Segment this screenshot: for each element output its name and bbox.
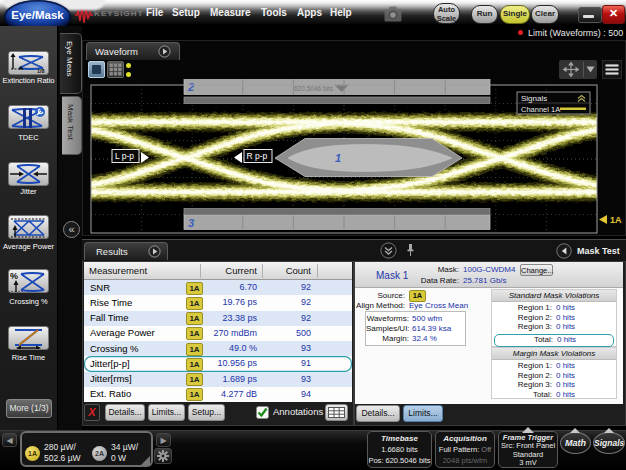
svg-text:R p-p: R p-p xyxy=(247,151,268,161)
svg-text:Channel 1A: Channel 1A xyxy=(521,105,560,114)
svg-text:1/8: 1/8 xyxy=(37,68,45,74)
svg-text:L p-p: L p-p xyxy=(115,151,134,161)
svg-text:2: 2 xyxy=(187,81,194,93)
svg-text:%: % xyxy=(10,271,18,281)
svg-text:Signals: Signals xyxy=(521,94,547,103)
svg-text:3: 3 xyxy=(188,217,194,229)
svg-text:620.5046 bits: 620.5046 bits xyxy=(294,85,334,92)
svg-text:1: 1 xyxy=(335,152,341,164)
svg-text:1A: 1A xyxy=(610,215,622,225)
